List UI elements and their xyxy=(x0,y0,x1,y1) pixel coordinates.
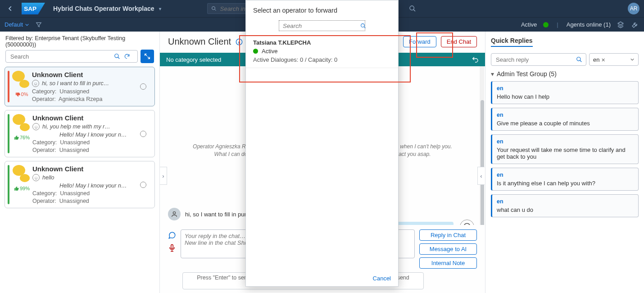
select-radio[interactable] xyxy=(140,131,146,137)
end-chat-button[interactable]: End Chat xyxy=(441,36,477,47)
chat-search[interactable] xyxy=(5,50,138,63)
search-icon xyxy=(211,6,217,11)
microphone-icon[interactable] xyxy=(168,244,176,252)
message-to-ai-button[interactable]: Message to AI xyxy=(419,243,477,255)
chat-avatar-icon xyxy=(13,165,30,182)
active-status-label: Active xyxy=(521,21,537,28)
layers-icon[interactable] xyxy=(617,21,625,28)
client-name: Unknown Client xyxy=(168,37,231,47)
quick-reply-item[interactable]: enYour request will take me some time to… xyxy=(491,134,639,164)
person-icon: ☺ xyxy=(32,80,39,87)
fullscreen-button[interactable] xyxy=(141,50,154,63)
reply-search-input[interactable] xyxy=(495,56,576,64)
agents-online-label[interactable]: Agents online (1) xyxy=(567,21,611,28)
quick-replies-panel: Quick Replies en ✕ Admin Test Group (5) … xyxy=(485,32,644,293)
undo-icon[interactable] xyxy=(472,56,479,63)
chat-title: Unknown Client xyxy=(32,71,134,78)
chevron-down-icon xyxy=(630,57,635,62)
search-icon[interactable] xyxy=(114,53,124,60)
user-avatar[interactable]: AR xyxy=(628,3,639,14)
separator: | xyxy=(555,21,560,28)
svg-point-2 xyxy=(212,7,215,10)
status-indicator-icon xyxy=(543,22,549,27)
search-icon[interactable] xyxy=(576,56,582,63)
forward-button[interactable]: Forward xyxy=(403,36,436,47)
chat-card[interactable]: 0% Unknown Client ☺hi, so I want to fill… xyxy=(5,67,155,106)
chevron-down-icon xyxy=(491,70,494,78)
user-avatar-icon xyxy=(168,208,181,220)
language-select[interactable]: en ✕ xyxy=(589,53,639,66)
svg-point-8 xyxy=(577,57,581,61)
svg-point-6 xyxy=(173,212,175,214)
variant-label: Default xyxy=(5,21,23,28)
quick-reply-item[interactable]: enIs it anything else I can help you wit… xyxy=(491,168,639,191)
chat-snippet: hi, you help me with my r… xyxy=(42,124,110,130)
reply-group-title: Admin Test Group (5) xyxy=(497,70,557,78)
chat-snippet-2: Hello! May I know your n… xyxy=(32,183,134,189)
select-radio[interactable] xyxy=(140,83,146,90)
filter-icon[interactable] xyxy=(36,22,42,28)
quick-reply-item[interactable]: enwhat can u do xyxy=(491,194,639,217)
chat-title: Unknown Client xyxy=(32,165,134,173)
operator-search-input[interactable] xyxy=(282,22,360,30)
refresh-icon[interactable] xyxy=(124,53,134,60)
chat-snippet: hi, so I want to fill in purc… xyxy=(42,80,109,87)
quick-replies-title: Quick Replies xyxy=(491,37,533,47)
person-icon: ☺ xyxy=(32,123,40,130)
info-icon[interactable] xyxy=(236,38,243,46)
operator-status: Active xyxy=(262,48,277,55)
internal-note-button[interactable]: Internal Note xyxy=(419,257,477,269)
priority-stripe xyxy=(8,165,9,204)
svg-point-3 xyxy=(410,6,414,10)
status-dot-icon xyxy=(253,49,258,54)
search-icon[interactable] xyxy=(360,23,366,29)
quick-reply-item[interactable]: enHello how can I help xyxy=(491,81,639,104)
chat-bubble-icon[interactable] xyxy=(168,231,176,239)
collapse-left-arrow-icon[interactable]: ‹ xyxy=(477,167,485,185)
operator-search[interactable] xyxy=(279,20,365,31)
dialog-title: Select an operator to forward xyxy=(246,0,398,18)
sentiment-score: 0% xyxy=(14,90,28,97)
svg-rect-7 xyxy=(171,245,173,249)
reply-search[interactable] xyxy=(491,53,586,66)
back-icon[interactable] xyxy=(5,5,16,12)
chat-search-input[interactable] xyxy=(9,53,114,60)
chat-list-panel: Filtered by: Enterprise Tenant (Skybuffe… xyxy=(0,32,160,293)
svg-point-9 xyxy=(361,23,365,27)
chat-avatar-icon xyxy=(13,114,30,131)
settings-icon[interactable] xyxy=(631,21,639,28)
operator-capacity: Active Dialogues: 0 / Capacity: 0 xyxy=(253,56,391,63)
cancel-button[interactable]: Cancel xyxy=(373,275,391,282)
svg-point-4 xyxy=(115,54,118,58)
app-title[interactable]: Hybrid Chats Operator Workplace xyxy=(50,5,161,12)
global-search-submit[interactable] xyxy=(405,3,420,14)
person-icon: ☺ xyxy=(32,174,40,181)
chat-snippet: hello xyxy=(42,174,54,181)
reply-group-header[interactable]: Admin Test Group (5) xyxy=(491,70,639,78)
priority-stripe xyxy=(8,114,9,153)
sentiment-score: 99% xyxy=(12,184,30,191)
chat-title: Unknown Client xyxy=(32,114,134,122)
forward-operator-dialog: Select an operator to forward Tatsiana T… xyxy=(245,0,399,287)
category-label: No category selected xyxy=(166,56,221,63)
select-radio[interactable] xyxy=(140,182,146,188)
collapse-right-arrow-icon[interactable]: › xyxy=(160,167,167,185)
chat-avatar-icon xyxy=(12,71,29,88)
variant-default[interactable]: Default xyxy=(5,21,29,28)
priority-stripe xyxy=(8,71,9,102)
operator-name: Tatsiana T.KLEPCHA xyxy=(253,39,391,46)
chat-snippet-2: Hello! May I know your n… xyxy=(32,132,134,138)
operator-list-item[interactable]: Tatsiana T.KLEPCHA Active Active Dialogu… xyxy=(246,35,398,68)
filter-summary: Filtered by: Enterprise Tenant (Skybuffe… xyxy=(0,32,159,50)
svg-text:SAP: SAP xyxy=(24,5,36,12)
reply-in-chat-button[interactable]: Reply in Chat xyxy=(419,229,477,241)
chat-card[interactable]: 76% Unknown Client ☺hi, you help me with… xyxy=(5,110,155,157)
chat-card[interactable]: 99% Unknown Client ☺hello Hello! May I k… xyxy=(5,161,155,208)
clear-lang-icon[interactable]: ✕ xyxy=(601,57,605,63)
sap-logo: SAP xyxy=(22,3,45,14)
quick-reply-item[interactable]: enGive me please a couple of minutes xyxy=(491,108,639,131)
sentiment-score: 76% xyxy=(12,133,30,140)
